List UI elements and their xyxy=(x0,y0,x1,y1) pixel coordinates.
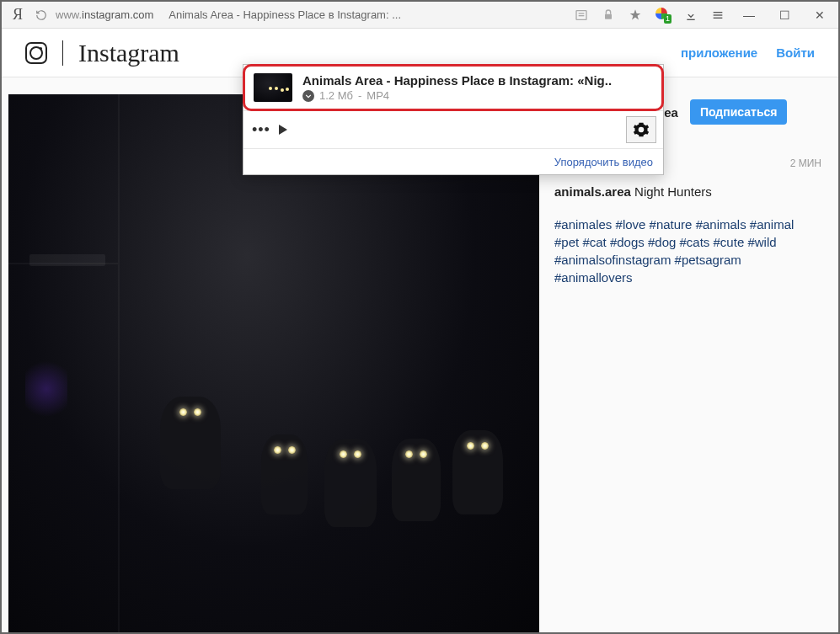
login-link[interactable]: Войти xyxy=(776,45,815,60)
hashtag-link[interactable]: #pet xyxy=(554,235,579,249)
hashtag-link[interactable]: #dog xyxy=(648,235,676,249)
extension-badge-count: 1 xyxy=(664,14,671,24)
hashtag-block: #animales #love #nature #animals #animal… xyxy=(554,216,821,286)
instagram-glyph-icon[interactable] xyxy=(25,42,47,64)
hashtag-link[interactable]: #animal xyxy=(750,217,795,232)
hashtag-link[interactable]: #wild xyxy=(747,235,776,249)
post-caption: animals.area Night Hunters xyxy=(554,183,821,202)
more-options-button[interactable]: ••• xyxy=(250,121,272,139)
download-extension-popup: Animals Area - Happiness Place в Instagr… xyxy=(243,64,664,175)
url-prefix: www. xyxy=(56,8,82,21)
hashtag-link[interactable]: #animalsofinstagram xyxy=(554,253,671,267)
subscribe-button[interactable]: Подписаться xyxy=(690,99,788,125)
reload-icon[interactable] xyxy=(35,9,47,21)
download-size: 1.2 Мб xyxy=(319,89,353,102)
play-icon[interactable] xyxy=(279,125,287,135)
window-maximize[interactable]: ☐ xyxy=(773,8,796,22)
window-minimize[interactable]: — xyxy=(737,8,761,22)
lock-icon[interactable] xyxy=(601,8,616,23)
hashtag-link[interactable]: #animals xyxy=(696,217,746,232)
svg-rect-4 xyxy=(687,19,694,19)
download-item[interactable]: Animals Area - Happiness Place в Instagr… xyxy=(243,64,664,111)
hashtag-link[interactable]: #cats xyxy=(680,235,710,249)
hashtag-link[interactable]: #love xyxy=(616,217,646,232)
page-title: Animals Area - Happiness Place в Instagr… xyxy=(169,8,401,21)
download-title: Animals Area - Happiness Place в Instagr… xyxy=(302,73,653,88)
menu-icon[interactable] xyxy=(710,8,725,23)
url-domain: instagram.com xyxy=(82,8,153,21)
window-close[interactable]: ✕ xyxy=(808,8,832,22)
hashtag-link[interactable]: #cat xyxy=(582,235,606,249)
hashtag-link[interactable]: #nature xyxy=(650,217,693,232)
yandex-logo[interactable]: Я xyxy=(8,6,27,24)
hashtag-link[interactable]: #dogs xyxy=(610,235,645,249)
reader-icon[interactable] xyxy=(574,8,589,23)
post-time: 2 мин xyxy=(790,157,821,169)
download-icon xyxy=(302,90,314,102)
browser-titlebar: Я www.instagram.com Animals Area - Happi… xyxy=(2,2,838,29)
caption-text: Night Hunters xyxy=(634,184,712,199)
header-divider xyxy=(62,40,63,66)
hashtag-link[interactable]: #cute xyxy=(714,235,745,249)
hashtag-link[interactable]: #petsagram xyxy=(675,253,741,267)
address-bar[interactable]: www.instagram.com xyxy=(56,8,153,21)
hashtag-link[interactable]: #animallovers xyxy=(554,270,633,285)
caption-username[interactable]: animals.area xyxy=(554,184,631,199)
settings-button[interactable] xyxy=(626,116,656,143)
download-format: MP4 xyxy=(366,89,389,102)
svg-rect-3 xyxy=(605,13,612,19)
get-app-link[interactable]: приложение xyxy=(681,45,757,60)
downloads-icon[interactable] xyxy=(683,8,698,23)
organize-video-link[interactable]: Упорядочить видео xyxy=(554,156,653,168)
star-icon[interactable] xyxy=(628,8,643,23)
extension-savefrom-icon[interactable]: 1 xyxy=(655,7,671,24)
instagram-logotype[interactable]: Instagram xyxy=(78,39,179,67)
hashtag-link[interactable]: #animales xyxy=(554,217,612,232)
download-thumbnail xyxy=(254,73,292,102)
